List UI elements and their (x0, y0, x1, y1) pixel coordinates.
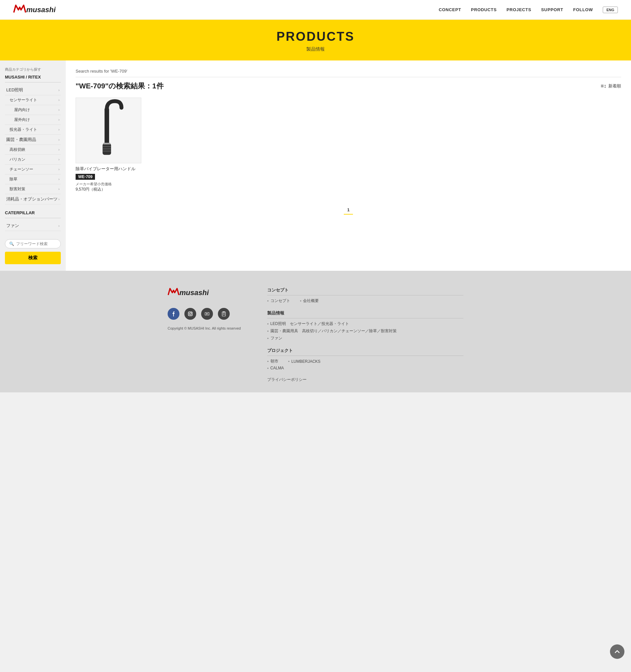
site-footer: musashi Copyright © MUSASHI Inc. All rig… (0, 271, 631, 392)
sidebar-item-pruner[interactable]: 高枝切鋏 › (5, 145, 61, 155)
footer-links: コンセプト コンセプト 会社概要 製品情報 LED照明 センサーライト／投光器・… (267, 287, 463, 383)
hero-banner: PRODUCTS 製品情報 (0, 20, 631, 61)
product-card[interactable]: 除草バイブレーター用ハンドル WE-709 メーカー希望小売価格 9,570円（… (76, 98, 141, 192)
results-title: "WE-709"の検索結果：1件 (76, 81, 164, 91)
search-icon: 🔍 (9, 242, 14, 246)
svg-point-8 (189, 313, 191, 315)
sidebar-label-parts: 消耗品・オプションパーツ (6, 196, 57, 202)
chevron-icon: › (59, 197, 60, 201)
footer-link-led[interactable]: LED照明 センサーライト／投光器・ライト (267, 321, 349, 327)
footer-link-concept[interactable]: コンセプト (267, 298, 290, 304)
instagram-icon[interactable] (184, 308, 196, 320)
chevron-icon: › (59, 148, 60, 151)
search-input[interactable] (16, 242, 56, 246)
svg-point-9 (191, 312, 192, 313)
page-1[interactable]: 1 (344, 206, 353, 215)
footer-link-fan[interactable]: ファン (267, 336, 282, 341)
footer-section-concept: コンセプト コンセプト 会社概要 (267, 287, 463, 304)
svg-rect-4 (102, 148, 111, 149)
product-grid: 除草バイブレーター用ハンドル WE-709 メーカー希望小売価格 9,570円（… (76, 98, 621, 192)
sidebar-label-floodlight: 投光器・ライト (9, 127, 37, 133)
sidebar-brand-musashi: MUSASHI / RITEX (5, 75, 61, 82)
sidebar-item-garden[interactable]: 園芸・農園用品 › (5, 135, 61, 145)
footer-logo-area: musashi Copyright © MUSASHI Inc. All rig… (168, 287, 241, 383)
footer-link-row: コンセプト 会社概要 (267, 298, 463, 304)
main-nav: CONCEPT PRODUCTS PROJECTS SUPPORT FOLLOW… (439, 6, 618, 13)
footer-link-company[interactable]: 会社概要 (300, 298, 319, 304)
footer-link-garden[interactable]: 園芸・農園用具 高枝切り／バリカン／チェーンソー／除草／獣害対策 (267, 328, 397, 334)
sidebar-label-pruner: 高枝切鋏 (9, 147, 25, 152)
product-code-badge: WE-709 (76, 174, 141, 182)
main-content: 商品カテゴリから探す MUSASHI / RITEX LED照明 › センサーラ… (0, 61, 631, 271)
footer-link-row-garden: 園芸・農園用具 高枝切り／バリカン／チェーンソー／除草／獣害対策 (267, 328, 463, 334)
search-button[interactable]: 検索 (5, 252, 61, 264)
sidebar-item-parts[interactable]: 消耗品・オプションパーツ › (5, 194, 61, 205)
footer-link-lumberjacks[interactable]: LUMBERJACKS (288, 359, 321, 364)
sidebar-item-sensor-light[interactable]: センサーライト › (5, 95, 61, 105)
product-code: WE-709 (76, 174, 95, 180)
sidebar-item-clipper[interactable]: バリカン › (5, 155, 61, 165)
chevron-icon: › (59, 224, 60, 228)
youtube-icon[interactable] (201, 308, 213, 320)
footer-privacy[interactable]: プライバシーポリシー (267, 377, 463, 383)
product-price-label: メーカー希望小売価格 (76, 182, 141, 187)
footer-link-asaichi[interactable]: 朝市 (267, 359, 278, 364)
chevron-icon: › (59, 128, 60, 131)
sidebar-item-weeding[interactable]: 除草 › (5, 174, 61, 184)
svg-rect-5 (102, 150, 111, 151)
sidebar-item-pest[interactable]: 獣害対策 › (5, 184, 61, 194)
nav-support[interactable]: SUPPORT (541, 7, 563, 12)
results-title-row: "WE-709"の検索結果：1件 ≡↕ 新着順 (76, 81, 621, 91)
nav-concept[interactable]: CONCEPT (439, 7, 461, 12)
sidebar-search-area: 🔍 検索 (5, 239, 61, 264)
clipboard-icon[interactable] (218, 308, 230, 320)
sidebar-item-floodlight[interactable]: 投光器・ライト › (5, 125, 61, 135)
chevron-icon: › (59, 108, 60, 112)
hero-title: PRODUCTS (0, 29, 631, 44)
sidebar-label-led: LED照明 (6, 87, 23, 93)
footer-section-title-projects: プロジェクト (267, 348, 463, 356)
sidebar-item-indoor[interactable]: 屋内向け › (5, 105, 61, 115)
sort-control[interactable]: ≡↕ 新着順 (601, 83, 621, 89)
content-area: Search results for 'WE-709' "WE-709"の検索結… (66, 61, 631, 271)
nav-products[interactable]: PRODUCTS (471, 7, 497, 12)
sidebar-item-chainsaw[interactable]: チェーンソー › (5, 165, 61, 174)
footer-logo-icon (168, 287, 180, 298)
svg-marker-10 (206, 313, 208, 315)
lang-selector[interactable]: ENG (603, 6, 618, 13)
sidebar-item-outdoor[interactable]: 屋外向け › (5, 115, 61, 125)
footer-section-title-concept: コンセプト (267, 287, 463, 295)
footer-link-calma[interactable]: CALMA (267, 366, 284, 370)
footer-link-row-led: LED照明 センサーライト／投光器・ライト (267, 321, 463, 327)
sidebar-label-pest: 獣害対策 (9, 186, 25, 192)
chevron-icon: › (59, 98, 60, 102)
sidebar-label-garden: 園芸・農園用品 (6, 137, 36, 143)
logo[interactable]: musashi (13, 4, 55, 16)
sidebar-label-weeding: 除草 (9, 176, 18, 182)
sidebar-brand-caterpillar: CATERPILLAR (5, 210, 61, 218)
logo-icon (13, 4, 26, 16)
chevron-icon: › (59, 118, 60, 122)
nav-follow[interactable]: FOLLOW (573, 7, 593, 12)
site-header: musashi CONCEPT PRODUCTS PROJECTS SUPPOR… (0, 0, 631, 20)
sidebar-label-indoor: 屋内向け (14, 107, 30, 113)
sidebar-item-fan[interactable]: ファン › (5, 221, 61, 231)
svg-rect-6 (103, 143, 111, 145)
footer-section-title-products: 製品情報 (267, 310, 463, 318)
facebook-icon[interactable] (168, 308, 180, 320)
svg-rect-3 (102, 146, 111, 147)
logo-text: musashi (26, 6, 55, 14)
footer-section-projects: プロジェクト 朝市 LUMBERJACKS CALMA (267, 348, 463, 370)
chevron-icon: › (59, 177, 60, 181)
search-input-wrapper[interactable]: 🔍 (5, 239, 61, 248)
sort-icon: ≡↕ (601, 83, 606, 89)
sidebar-label-clipper: バリカン (9, 157, 25, 162)
sidebar-item-led[interactable]: LED照明 › (5, 85, 61, 95)
product-name: 除草バイブレーター用ハンドル (76, 166, 141, 172)
footer-logo[interactable]: musashi (168, 287, 241, 298)
sidebar-label-outdoor: 屋外向け (14, 117, 30, 123)
nav-projects[interactable]: PROJECTS (507, 7, 531, 12)
sidebar-label-sensor: センサーライト (9, 97, 37, 103)
chevron-icon: › (59, 187, 60, 191)
sidebar-label-chainsaw: チェーンソー (9, 167, 33, 172)
